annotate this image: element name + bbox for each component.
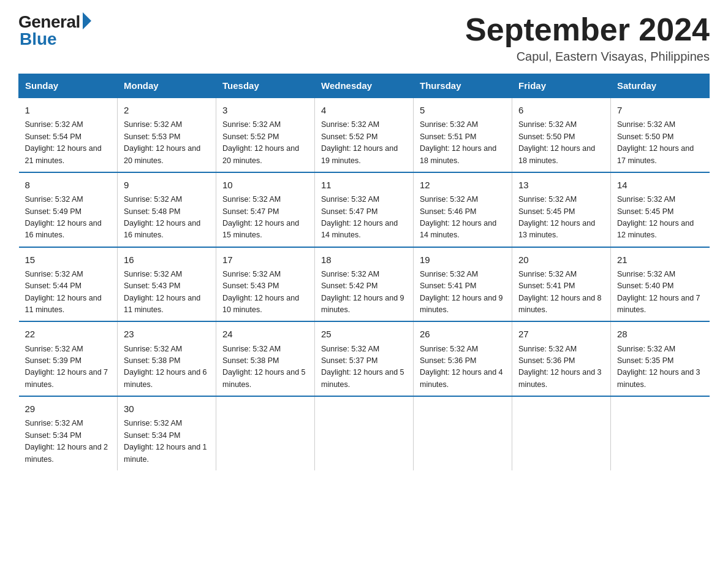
calendar-header-row: SundayMondayTuesdayWednesdayThursdayFrid… bbox=[19, 74, 710, 98]
calendar-cell bbox=[611, 396, 710, 470]
sunrise-info: Sunrise: 5:32 AM bbox=[321, 195, 379, 204]
sunset-info: Sunset: 5:38 PM bbox=[222, 356, 279, 365]
daylight-info: Daylight: 12 hours and 16 minutes. bbox=[25, 219, 102, 239]
header-thursday: Thursday bbox=[414, 74, 512, 98]
sunset-info: Sunset: 5:43 PM bbox=[124, 282, 180, 290]
daylight-info: Daylight: 12 hours and 14 minutes. bbox=[420, 219, 496, 239]
sunset-info: Sunset: 5:47 PM bbox=[222, 207, 279, 216]
daylight-info: Daylight: 12 hours and 18 minutes. bbox=[518, 144, 595, 164]
sunrise-info: Sunrise: 5:32 AM bbox=[124, 419, 182, 427]
calendar-cell: 29 Sunrise: 5:32 AM Sunset: 5:34 PM Dayl… bbox=[19, 396, 118, 470]
calendar-cell bbox=[512, 396, 611, 470]
day-number: 11 bbox=[321, 178, 407, 192]
sunset-info: Sunset: 5:52 PM bbox=[222, 132, 279, 141]
day-number: 14 bbox=[617, 178, 703, 192]
calendar-cell: 19 Sunrise: 5:32 AM Sunset: 5:41 PM Dayl… bbox=[414, 247, 512, 322]
header-saturday: Saturday bbox=[611, 74, 710, 98]
sunset-info: Sunset: 5:50 PM bbox=[617, 132, 673, 141]
daylight-info: Daylight: 12 hours and 9 minutes. bbox=[420, 294, 503, 314]
daylight-info: Daylight: 12 hours and 2 minutes. bbox=[25, 443, 108, 463]
sunrise-info: Sunrise: 5:32 AM bbox=[25, 419, 83, 427]
sunrise-info: Sunrise: 5:32 AM bbox=[321, 270, 379, 278]
calendar-cell: 13 Sunrise: 5:32 AM Sunset: 5:45 PM Dayl… bbox=[512, 172, 611, 247]
header-friday: Friday bbox=[512, 74, 611, 98]
daylight-info: Daylight: 12 hours and 15 minutes. bbox=[222, 219, 299, 239]
sunset-info: Sunset: 5:45 PM bbox=[617, 207, 673, 216]
calendar-table: SundayMondayTuesdayWednesdayThursdayFrid… bbox=[18, 74, 710, 470]
day-number: 6 bbox=[518, 103, 604, 117]
calendar-week-1: 1 Sunrise: 5:32 AM Sunset: 5:54 PM Dayli… bbox=[19, 98, 710, 172]
sunrise-info: Sunrise: 5:32 AM bbox=[518, 120, 577, 129]
sunrise-info: Sunrise: 5:32 AM bbox=[124, 195, 182, 204]
sunrise-info: Sunrise: 5:32 AM bbox=[124, 270, 182, 278]
day-number: 7 bbox=[617, 103, 703, 117]
sunrise-info: Sunrise: 5:32 AM bbox=[420, 345, 478, 353]
day-number: 16 bbox=[124, 253, 210, 267]
calendar-cell: 12 Sunrise: 5:32 AM Sunset: 5:46 PM Dayl… bbox=[414, 172, 512, 247]
day-number: 25 bbox=[321, 327, 407, 341]
calendar-cell: 2 Sunrise: 5:32 AM Sunset: 5:53 PM Dayli… bbox=[118, 98, 216, 172]
sunset-info: Sunset: 5:45 PM bbox=[518, 207, 575, 216]
day-number: 8 bbox=[25, 178, 112, 192]
sunset-info: Sunset: 5:34 PM bbox=[25, 431, 82, 440]
sunrise-info: Sunrise: 5:32 AM bbox=[222, 195, 281, 204]
day-number: 12 bbox=[420, 178, 506, 192]
header-monday: Monday bbox=[118, 74, 216, 98]
daylight-info: Daylight: 12 hours and 18 minutes. bbox=[420, 144, 496, 164]
sunrise-info: Sunrise: 5:32 AM bbox=[617, 270, 675, 278]
sunset-info: Sunset: 5:53 PM bbox=[124, 132, 180, 141]
day-number: 1 bbox=[25, 103, 112, 117]
daylight-info: Daylight: 12 hours and 14 minutes. bbox=[321, 219, 398, 239]
daylight-info: Daylight: 12 hours and 3 minutes. bbox=[518, 368, 602, 388]
header-wednesday: Wednesday bbox=[315, 74, 414, 98]
month-title: September 2024 bbox=[465, 12, 710, 47]
sunrise-info: Sunrise: 5:32 AM bbox=[518, 195, 577, 204]
sunset-info: Sunset: 5:54 PM bbox=[25, 132, 82, 141]
daylight-info: Daylight: 12 hours and 20 minutes. bbox=[222, 144, 299, 164]
day-number: 20 bbox=[518, 253, 604, 267]
sunset-info: Sunset: 5:40 PM bbox=[617, 282, 673, 290]
calendar-cell: 9 Sunrise: 5:32 AM Sunset: 5:48 PM Dayli… bbox=[118, 172, 216, 247]
sunset-info: Sunset: 5:39 PM bbox=[25, 356, 82, 365]
daylight-info: Daylight: 12 hours and 13 minutes. bbox=[518, 219, 595, 239]
sunset-info: Sunset: 5:41 PM bbox=[420, 282, 476, 290]
calendar-cell: 28 Sunrise: 5:32 AM Sunset: 5:35 PM Dayl… bbox=[611, 321, 710, 396]
logo-arrow-icon bbox=[83, 12, 91, 29]
calendar-week-3: 15 Sunrise: 5:32 AM Sunset: 5:44 PM Dayl… bbox=[19, 247, 710, 322]
daylight-info: Daylight: 12 hours and 17 minutes. bbox=[617, 144, 694, 164]
sunrise-info: Sunrise: 5:32 AM bbox=[518, 345, 577, 353]
sunrise-info: Sunrise: 5:32 AM bbox=[25, 120, 83, 129]
calendar-cell: 17 Sunrise: 5:32 AM Sunset: 5:43 PM Dayl… bbox=[216, 247, 315, 322]
calendar-cell: 20 Sunrise: 5:32 AM Sunset: 5:41 PM Dayl… bbox=[512, 247, 611, 322]
title-section: September 2024 Capul, Eastern Visayas, P… bbox=[465, 12, 710, 64]
daylight-info: Daylight: 12 hours and 21 minutes. bbox=[25, 144, 102, 164]
sunrise-info: Sunrise: 5:32 AM bbox=[617, 345, 675, 353]
daylight-info: Daylight: 12 hours and 5 minutes. bbox=[321, 368, 404, 388]
sunset-info: Sunset: 5:36 PM bbox=[420, 356, 476, 365]
calendar-cell: 26 Sunrise: 5:32 AM Sunset: 5:36 PM Dayl… bbox=[414, 321, 512, 396]
page-header: General Blue September 2024 Capul, Easte… bbox=[18, 12, 710, 64]
sunset-info: Sunset: 5:47 PM bbox=[321, 207, 377, 216]
sunset-info: Sunset: 5:51 PM bbox=[420, 132, 476, 141]
day-number: 23 bbox=[124, 327, 210, 341]
sunset-info: Sunset: 5:49 PM bbox=[25, 207, 82, 216]
sunset-info: Sunset: 5:38 PM bbox=[124, 356, 180, 365]
calendar-week-4: 22 Sunrise: 5:32 AM Sunset: 5:39 PM Dayl… bbox=[19, 321, 710, 396]
sunrise-info: Sunrise: 5:32 AM bbox=[617, 120, 675, 129]
daylight-info: Daylight: 12 hours and 4 minutes. bbox=[420, 368, 503, 388]
daylight-info: Daylight: 12 hours and 10 minutes. bbox=[222, 294, 299, 314]
sunset-info: Sunset: 5:34 PM bbox=[124, 431, 180, 440]
calendar-cell bbox=[216, 396, 315, 470]
sunrise-info: Sunrise: 5:32 AM bbox=[222, 120, 281, 129]
calendar-cell: 10 Sunrise: 5:32 AM Sunset: 5:47 PM Dayl… bbox=[216, 172, 315, 247]
calendar-cell: 5 Sunrise: 5:32 AM Sunset: 5:51 PM Dayli… bbox=[414, 98, 512, 172]
logo-blue-text: Blue bbox=[20, 29, 57, 49]
calendar-cell: 7 Sunrise: 5:32 AM Sunset: 5:50 PM Dayli… bbox=[611, 98, 710, 172]
sunrise-info: Sunrise: 5:32 AM bbox=[420, 270, 478, 278]
sunset-info: Sunset: 5:48 PM bbox=[124, 207, 180, 216]
sunset-info: Sunset: 5:46 PM bbox=[420, 207, 476, 216]
daylight-info: Daylight: 12 hours and 11 minutes. bbox=[124, 294, 200, 314]
daylight-info: Daylight: 12 hours and 12 minutes. bbox=[617, 219, 694, 239]
day-number: 27 bbox=[518, 327, 604, 341]
sunset-info: Sunset: 5:36 PM bbox=[518, 356, 575, 365]
